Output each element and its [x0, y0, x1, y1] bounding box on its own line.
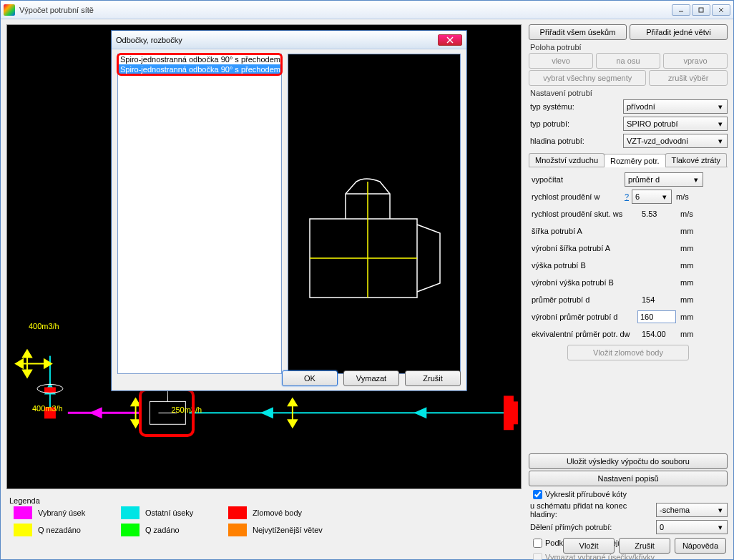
titlebar: Výpočet potrubní sítě — [1, 1, 733, 19]
chevron-down-icon: ▾ — [715, 522, 725, 532]
svg-marker-10 — [89, 407, 102, 418]
dialog-ok-button[interactable]: OK — [282, 370, 338, 386]
legend-item: Nejvytíženější větev — [228, 524, 336, 536]
chevron-down-icon: ▾ — [715, 505, 725, 515]
legend-item: Ostatní úseky — [121, 506, 228, 519]
svg-marker-12 — [23, 350, 31, 358]
footer-cancel-button[interactable]: Zrušit — [619, 538, 670, 554]
bg-same-checkbox[interactable] — [533, 539, 542, 548]
dialog-title: Odbočky, rozbočky — [116, 36, 182, 44]
chevron-down-icon: ▾ — [715, 136, 725, 146]
mfg-diameter-d-input[interactable] — [637, 310, 676, 323]
dialog-buttons: OK Vymazat Zrušit — [112, 370, 461, 386]
diameter-d-label: průměr potrubí d — [530, 295, 637, 304]
legend-item: Zlomové body — [228, 506, 336, 519]
select-all-seg-button[interactable]: vybrat všechny segmenty — [529, 70, 646, 86]
del-sel-checkbox-label: Vymazat vybrané úsečky/křivky — [545, 553, 655, 560]
legend-panel: Legenda Vybraný úsek Ostatní úseky Zlomo… — [6, 493, 522, 536]
flow-speed-dropdown[interactable]: 6▾ — [632, 190, 672, 204]
height-b-label: výška potrubí B — [530, 261, 637, 270]
unit-label: mm — [680, 261, 700, 270]
pos-left-button[interactable]: vlevo — [529, 53, 593, 69]
flange-checkbox[interactable] — [533, 490, 542, 499]
dialog-close-button[interactable] — [438, 34, 462, 46]
window-controls — [672, 4, 730, 16]
assign-all-button[interactable]: Přiřadit všem úsekům — [529, 24, 627, 40]
footer-help-button[interactable]: Nápověda — [675, 538, 726, 554]
legend-item: Vybraný úsek — [14, 506, 121, 519]
caption-settings-button[interactable]: Nastavení popisů — [529, 471, 728, 486]
mfg-width-a-label: výrobní šířka potrubí A — [530, 244, 637, 252]
swatch-cyan — [121, 506, 140, 519]
maximize-button[interactable] — [692, 4, 710, 16]
save-results-button[interactable]: Uložit výsledky výpočtu do souboru — [529, 453, 728, 469]
type-system-dropdown[interactable]: přívodní▾ — [623, 99, 728, 114]
diameter-d-value: 154 — [637, 295, 680, 304]
unit-label: mm — [680, 295, 700, 304]
cancel-sel-button[interactable]: zrušit výběr — [649, 70, 728, 86]
swatch-yellow — [14, 524, 32, 536]
tab-row: Množství vzduchu Rozměry potr. Tlakové z… — [529, 153, 728, 167]
tab-pressure-loss[interactable]: Tlakové ztráty — [665, 153, 727, 167]
list-item[interactable]: Spiro-jednostranná odbočka 90° s přechod… — [118, 64, 281, 74]
assign-one-button[interactable]: Přiřadit jedné větvi — [630, 24, 728, 40]
svg-marker-6 — [260, 407, 273, 418]
position-group-label: Poloha potrubí — [530, 43, 728, 51]
swatch-red — [228, 506, 247, 519]
equiv-diameter-label: ekvivalentní průměr potr. dw — [530, 330, 637, 338]
swatch-green — [121, 524, 140, 536]
actual-flow-value: 5.53 — [637, 210, 680, 218]
flow-label-2: 400m3/h — [32, 404, 63, 413]
list-item[interactable]: Spiro-jednostranná odbočka 90° s přechod… — [118, 54, 281, 64]
type-system-label: typ systému: — [529, 102, 623, 111]
footer-insert-button[interactable]: Vložit — [563, 538, 615, 554]
level-dropdown[interactable]: VZT-vzd_odvodni▾ — [623, 134, 728, 148]
minimize-button[interactable] — [672, 4, 690, 16]
svg-marker-21 — [132, 398, 140, 406]
tab-pipe-dimensions[interactable]: Rozměry potr. — [604, 154, 665, 167]
append-dropdown[interactable]: -schema▾ — [656, 503, 728, 517]
svg-marker-5 — [414, 407, 426, 418]
unit-label: mm — [680, 227, 700, 235]
dialog-titlebar: Odbočky, rozbočky — [112, 31, 466, 49]
app-icon — [4, 4, 15, 16]
unit-label: mm — [680, 330, 700, 338]
insert-break-button[interactable]: Vložit zlomové body — [567, 345, 689, 360]
type-pipe-label: typ potrubí: — [529, 119, 623, 128]
content-area: 400m3/h 400m3/h 250m3/h Přiřadit všem ús… — [1, 20, 733, 559]
calc-dropdown[interactable]: průměr d▾ — [625, 172, 703, 187]
equiv-diameter-value: 154.00 — [637, 330, 680, 338]
help-link[interactable]: ? — [622, 192, 632, 201]
svg-rect-23 — [44, 387, 56, 393]
svg-marker-15 — [16, 360, 23, 368]
window-title: Výpočet potrubní sítě — [19, 6, 94, 14]
chevron-down-icon: ▾ — [691, 175, 701, 185]
pos-axis-button[interactable]: na osu — [596, 53, 660, 69]
branch-preview — [288, 54, 461, 374]
unit-label: m/s — [672, 192, 692, 201]
tab-air-quantity[interactable]: Množství vzduchu — [529, 153, 605, 167]
close-button[interactable] — [712, 4, 730, 16]
width-a-label: šířka potrubí A — [530, 227, 637, 235]
legend-item: Q nezadáno — [14, 524, 121, 536]
unit-label: mm — [680, 278, 700, 287]
pos-right-button[interactable]: vpravo — [663, 53, 728, 69]
flow-speed-label: rychlost proudění w — [530, 192, 622, 201]
straight-div-dropdown[interactable]: 0▾ — [656, 520, 728, 534]
svg-marker-13 — [23, 370, 31, 378]
svg-marker-22 — [132, 420, 140, 427]
del-sel-checkbox — [533, 553, 542, 561]
unit-label: mm — [676, 313, 696, 321]
dialog-clear-button[interactable]: Vymazat — [343, 370, 399, 386]
dialog-cancel-button[interactable]: Zrušit — [405, 370, 461, 386]
branch-dialog: Odbočky, rozbočky Spiro-jednostranná odb… — [111, 30, 467, 391]
node-label: 250m3/h — [171, 406, 202, 414]
chevron-down-icon: ▾ — [715, 102, 725, 112]
svg-marker-19 — [288, 420, 297, 427]
actual-flow-label: rychlost proudění skut. ws — [530, 210, 637, 218]
svg-rect-1 — [699, 8, 703, 12]
right-panel: Přiřadit všem úsekům Přiřadit jedné větv… — [529, 24, 728, 560]
type-pipe-dropdown[interactable]: SPIRO potrubí▾ — [623, 117, 728, 131]
branch-list[interactable]: Spiro-jednostranná odbočka 90° s přechod… — [117, 54, 282, 374]
level-label: hladina potrubí: — [529, 137, 623, 145]
